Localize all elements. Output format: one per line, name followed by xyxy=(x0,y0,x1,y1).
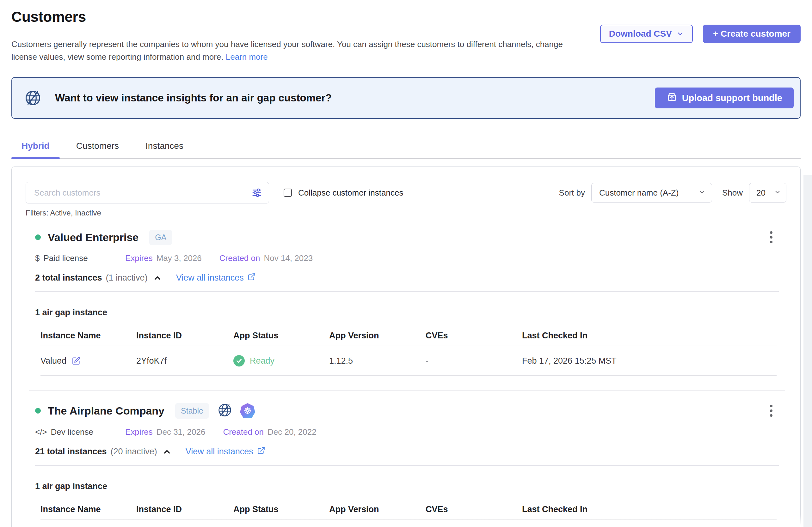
chevron-down-icon xyxy=(774,188,781,198)
view-all-instances-link[interactable]: View all instances xyxy=(186,447,265,457)
customer-divider xyxy=(29,390,785,391)
instance-name-cell: Valued xyxy=(41,356,136,366)
col-app-version: App Version xyxy=(329,331,425,341)
active-status-dot xyxy=(35,235,41,240)
col-last-checked-in: Last Checked In xyxy=(522,505,777,514)
license-type: </> Dev license xyxy=(35,427,125,437)
download-csv-button[interactable]: Download CSV xyxy=(600,25,693,43)
chevron-up-icon[interactable] xyxy=(153,273,162,283)
tab-customers[interactable]: Customers xyxy=(66,141,129,158)
instances-table-header: Instance Name Instance ID App Status App… xyxy=(41,505,777,520)
col-app-status: App Status xyxy=(233,331,329,341)
table-row: Valued 2YfoK7f Ready 1.12.5 - Feb xyxy=(41,346,777,376)
customer-name[interactable]: Valued Enterprise xyxy=(48,231,139,244)
create-customer-label: + Create customer xyxy=(713,29,791,39)
cves-value: - xyxy=(425,356,522,366)
col-last-checked-in: Last Checked In xyxy=(522,331,777,341)
upload-support-bundle-button[interactable]: Upload support bundle xyxy=(655,88,794,108)
license-type-label: Paid license xyxy=(43,253,88,263)
created-on-label: Created on xyxy=(219,253,260,263)
expires-label: Expires xyxy=(125,253,153,263)
view-all-instances-link[interactable]: View all instances xyxy=(176,273,256,283)
created-info: Created on Dec 20, 2022 xyxy=(223,427,316,437)
instance-name: Valued xyxy=(41,356,67,366)
airgap-banner-title: Want to view instance insights for an ai… xyxy=(55,92,332,104)
col-instance-name: Instance Name xyxy=(41,331,136,341)
airgap-globe-icon xyxy=(217,403,232,419)
instance-id: 2YfoK7f xyxy=(136,356,233,366)
instances-summary-row: 2 total instances (1 inactive) View all … xyxy=(35,273,786,283)
paid-license-icon: $ xyxy=(35,253,40,263)
edit-icon[interactable] xyxy=(71,356,81,365)
page-description: Customers generally represent the compan… xyxy=(11,38,581,63)
expires-info: Expires May 3, 2026 xyxy=(125,253,202,263)
channel-badge: GA xyxy=(149,230,172,245)
header-actions: Download CSV + Create customer xyxy=(600,25,801,43)
airgap-globe-icon xyxy=(24,89,42,107)
col-instance-id: Instance ID xyxy=(136,505,233,514)
filter-sliders-icon[interactable] xyxy=(251,187,262,199)
app-status-text: Ready xyxy=(250,356,274,366)
app-status-cell: Ready xyxy=(233,355,329,366)
customer-meta-row: $ Paid license Expires May 3, 2026 Creat… xyxy=(35,253,786,263)
sort-by-value: Customer name (A-Z) xyxy=(599,188,679,198)
sort-by-label: Sort by xyxy=(559,188,585,198)
learn-more-link[interactable]: Learn more xyxy=(226,52,268,62)
col-app-status: App Status xyxy=(233,505,329,514)
license-type-label: Dev license xyxy=(51,427,93,437)
channel-badge: Stable xyxy=(175,403,209,419)
collapse-instances-label: Collapse customer instances xyxy=(298,188,403,198)
airgap-banner: Want to view instance insights for an ai… xyxy=(11,77,801,119)
expires-info: Expires Dec 31, 2026 xyxy=(125,427,205,437)
divider xyxy=(35,465,779,466)
ready-check-icon xyxy=(233,355,245,366)
customer-card: Valued Enterprise GA $ Paid license Expi… xyxy=(26,229,786,376)
customer-header: The Airplane Company Stable ☸ xyxy=(26,403,786,419)
upload-support-bundle-label: Upload support bundle xyxy=(682,93,782,103)
customer-meta-row: </> Dev license Expires Dec 31, 2026 Cre… xyxy=(35,427,786,437)
created-info: Created on Nov 14, 2023 xyxy=(219,253,313,263)
tab-instances[interactable]: Instances xyxy=(135,141,193,158)
created-on-value: Dec 20, 2022 xyxy=(267,427,317,437)
show-label: Show xyxy=(722,188,743,198)
search-box xyxy=(26,182,269,204)
customer-name[interactable]: The Airplane Company xyxy=(48,405,164,417)
instances-summary-row: 21 total instances (20 inactive) View al… xyxy=(35,447,786,457)
page-title: Customers xyxy=(11,8,581,25)
dev-license-icon: </> xyxy=(35,427,47,437)
total-instances-text: 21 total instances xyxy=(35,447,107,456)
expires-value: Dec 31, 2026 xyxy=(157,427,205,437)
external-link-icon xyxy=(248,273,256,283)
col-cves: CVEs xyxy=(425,505,522,514)
customer-menu-kebab-icon[interactable] xyxy=(768,229,774,245)
toolbar: Collapse customer instances Sort by Cust… xyxy=(26,182,786,204)
expires-label: Expires xyxy=(125,427,153,437)
page-content: Customers Customers generally represent … xyxy=(11,0,801,527)
customer-menu-kebab-icon[interactable] xyxy=(768,403,774,419)
create-customer-button[interactable]: + Create customer xyxy=(703,25,801,43)
kubernetes-icon: ☸ xyxy=(240,403,255,418)
inactive-instances-text: (1 inactive) xyxy=(106,273,148,283)
page-header-left: Customers Customers generally represent … xyxy=(11,8,581,63)
customer-card: The Airplane Company Stable ☸ </> Dev li xyxy=(26,403,786,520)
collapse-instances-checkbox[interactable] xyxy=(284,189,292,197)
customers-panel: Collapse customer instances Sort by Cust… xyxy=(11,166,801,527)
show-select[interactable]: 20 xyxy=(749,183,786,202)
scrollbar-gutter[interactable] xyxy=(803,175,812,527)
inactive-instances-text: (20 inactive) xyxy=(111,447,157,456)
chevron-up-icon[interactable] xyxy=(162,447,172,456)
collapse-instances-control[interactable]: Collapse customer instances xyxy=(284,188,403,198)
created-on-label: Created on xyxy=(223,427,264,437)
airgap-instances-header: 1 air gap instance xyxy=(35,482,786,491)
instances-table: Instance Name Instance ID App Status App… xyxy=(41,331,777,376)
last-checked-in: Feb 17, 2026 15:25 MST xyxy=(522,356,777,366)
sort-by-select[interactable]: Customer name (A-Z) xyxy=(591,183,712,202)
app-version: 1.12.5 xyxy=(329,356,425,366)
col-app-version: App Version xyxy=(329,505,425,514)
external-link-icon xyxy=(257,447,265,457)
search-input[interactable] xyxy=(26,182,269,204)
view-all-instances-label: View all instances xyxy=(186,447,253,456)
tab-bar: Hybrid Customers Instances xyxy=(11,141,801,159)
col-instance-name: Instance Name xyxy=(41,505,136,514)
tab-hybrid[interactable]: Hybrid xyxy=(11,141,60,158)
